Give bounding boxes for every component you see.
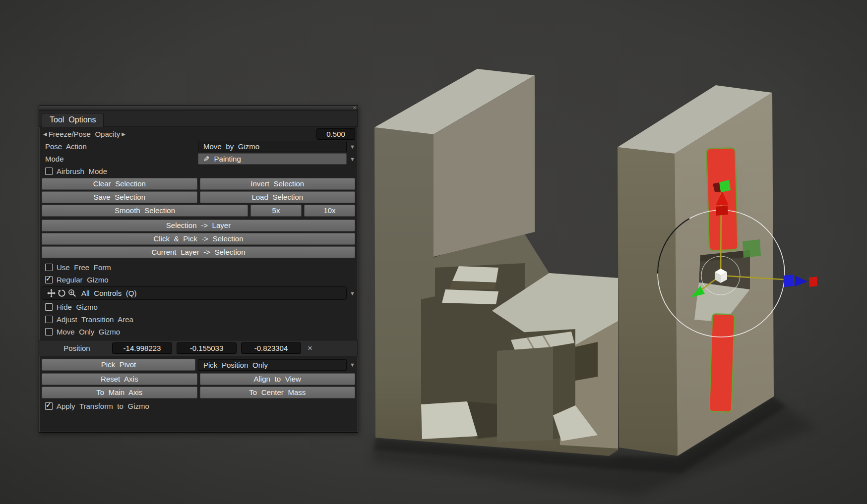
right-wall-left-face — [618, 147, 678, 456]
hide-gizmo-label: Hide Gizmo — [57, 303, 98, 311]
gizmo-right-cube-red[interactable] — [809, 277, 817, 287]
clear-selection-button[interactable]: Clear Selection — [42, 178, 197, 190]
right-wall — [618, 85, 774, 456]
smooth-10x-button[interactable]: 10x — [304, 205, 355, 217]
click-pick-to-selection-button[interactable]: Click & Pick -> Selection — [42, 233, 355, 245]
airbrush-mode-checkbox[interactable] — [45, 168, 53, 175]
use-free-form-checkbox[interactable] — [45, 264, 53, 271]
align-to-view-button[interactable]: Align to View — [200, 373, 356, 385]
regular-gizmo-row[interactable]: ✓ Regular Gizmo — [42, 274, 355, 285]
move-icon — [47, 289, 56, 297]
mode-dropdown[interactable]: ✎ Painting — [198, 153, 347, 165]
gizmo-up-cube[interactable] — [716, 206, 728, 216]
pose-selection-lower[interactable] — [709, 314, 735, 412]
panel-content: ◀ Freeze/Pose Opacity ▶ 0.500 Pose Actio… — [42, 127, 355, 430]
load-selection-button[interactable]: Load Selection — [200, 191, 356, 203]
tool-options-panel: × Tool Options ◀ Freeze/Pose Opacity ▶ 0… — [39, 105, 358, 433]
gizmo-controls-row: All Controls (Q) ▼ — [42, 286, 355, 300]
pick-position-dropdown[interactable]: Pick Position Only — [198, 359, 347, 371]
smooth-selection-button[interactable]: Smooth Selection — [42, 205, 248, 217]
pose-action-value: Move by Gizmo — [203, 141, 259, 152]
apply-transform-checkbox[interactable]: ✓ — [45, 402, 53, 410]
apply-transform-label: Apply Transform to Gizmo — [57, 402, 149, 410]
pose-action-dropdown[interactable]: Move by Gizmo — [198, 141, 347, 152]
position-y-field[interactable]: -0.155033 — [177, 342, 237, 354]
axis-buttons-row-2: To Main Axis To Center Mass — [42, 387, 355, 398]
airbrush-mode-row[interactable]: Airbrush Mode — [42, 165, 355, 177]
opacity-label: Freeze/Pose Opacity — [49, 130, 121, 138]
opacity-prev-icon[interactable]: ◀ — [42, 131, 49, 137]
pencil-icon: ✎ — [203, 153, 210, 165]
rotate-icon — [58, 289, 66, 297]
checkmark-icon: ✓ — [46, 401, 52, 409]
opacity-value-field[interactable]: 0.500 — [316, 128, 355, 140]
position-band: Position -14.998223 -0.155033 -0.823304 … — [39, 340, 358, 356]
opacity-next-icon[interactable]: ▶ — [120, 131, 127, 137]
mode-label: Mode — [42, 155, 198, 163]
gizmo-controls-value: All Controls (Q) — [81, 287, 137, 299]
to-main-axis-button[interactable]: To Main Axis — [42, 387, 197, 398]
adjust-transition-area-label: Adjust Transition Area — [57, 315, 133, 324]
pose-action-label: Pose Action — [42, 142, 198, 151]
current-layer-to-selection-button[interactable]: Current Layer -> Selection — [42, 246, 355, 258]
use-free-form-row[interactable]: Use Free Form — [42, 261, 355, 273]
pose-marker-square[interactable] — [743, 239, 761, 258]
selection-to-layer-row: Selection -> Layer — [42, 220, 355, 231]
gizmo-controls-icons — [47, 289, 76, 297]
apply-transform-row[interactable]: ✓ Apply Transform to Gizmo — [42, 400, 355, 412]
pose-action-dropdown-arrow-icon[interactable]: ▼ — [347, 144, 355, 150]
panel-tabbar: Tool Options — [39, 111, 358, 127]
regular-gizmo-label: Regular Gizmo — [57, 276, 109, 284]
pick-position-value: Pick Position Only — [203, 359, 268, 371]
position-label: Position — [42, 344, 112, 352]
gizmo-controls-dropdown-arrow-icon[interactable]: ▼ — [347, 290, 355, 296]
center-block — [492, 273, 618, 448]
position-clear-icon[interactable]: × — [308, 343, 312, 353]
invert-selection-button[interactable]: Invert Selection — [200, 178, 356, 190]
smooth-selection-row: Smooth Selection 5x 10x — [42, 205, 355, 217]
mode-dropdown-arrow-icon[interactable]: ▼ — [347, 156, 355, 162]
tab-tool-options[interactable]: Tool Options — [42, 113, 104, 127]
pick-pivot-row: Pick Pivot Pick Position Only ▼ — [42, 359, 355, 371]
opacity-row: ◀ Freeze/Pose Opacity ▶ 0.500 — [42, 128, 355, 140]
gizmo-controls-dropdown[interactable]: All Controls (Q) — [42, 286, 347, 300]
rail-block-front — [497, 347, 553, 442]
pick-position-dropdown-arrow-icon[interactable]: ▼ — [347, 362, 355, 368]
mode-value: Painting — [214, 153, 241, 165]
current-layer-row: Current Layer -> Selection — [42, 246, 355, 258]
pose-action-row: Pose Action Move by Gizmo ▼ — [42, 141, 355, 152]
save-selection-button[interactable]: Save Selection — [42, 191, 197, 203]
use-free-form-label: Use Free Form — [57, 263, 111, 272]
move-only-gizmo-row[interactable]: Move Only Gizmo — [42, 326, 355, 337]
airbrush-mode-label: Airbrush Mode — [57, 167, 107, 175]
scale-zoom-icon — [68, 289, 76, 297]
checkmark-icon: ✓ — [46, 275, 52, 282]
move-only-gizmo-label: Move Only Gizmo — [57, 328, 120, 336]
move-only-gizmo-checkbox[interactable] — [45, 328, 53, 336]
position-z-field[interactable]: -0.823304 — [241, 342, 301, 354]
selection-buttons-row-2: Save Selection Load Selection — [42, 191, 355, 203]
adjust-transition-area-checkbox[interactable] — [45, 316, 53, 323]
mode-row: Mode ✎ Painting ▼ — [42, 153, 355, 165]
selection-buttons-row-1: Clear Selection Invert Selection — [42, 178, 355, 190]
selection-to-layer-button[interactable]: Selection -> Layer — [42, 220, 355, 231]
panel-titlebar[interactable]: × — [39, 106, 358, 111]
axis-buttons-row-1: Reset Axis Align to View — [42, 373, 355, 385]
pick-pivot-button[interactable]: Pick Pivot — [42, 359, 195, 371]
to-center-mass-button[interactable]: To Center Mass — [200, 387, 356, 398]
panel-close-icon[interactable]: × — [353, 104, 356, 111]
regular-gizmo-checkbox[interactable]: ✓ — [45, 276, 53, 283]
gizmo-right-cube-blue[interactable] — [783, 275, 795, 287]
hide-gizmo-checkbox[interactable] — [45, 303, 53, 311]
position-x-field[interactable]: -14.998223 — [112, 342, 172, 354]
click-pick-row: Click & Pick -> Selection — [42, 233, 355, 245]
smooth-5x-button[interactable]: 5x — [250, 205, 302, 217]
reset-axis-button[interactable]: Reset Axis — [42, 373, 197, 385]
hide-gizmo-row[interactable]: Hide Gizmo — [42, 301, 355, 313]
adjust-transition-area-row[interactable]: Adjust Transition Area — [42, 313, 355, 325]
